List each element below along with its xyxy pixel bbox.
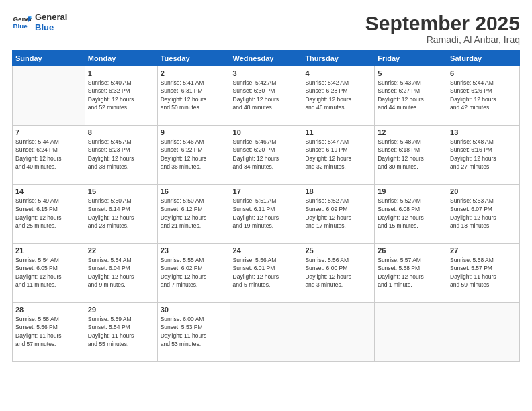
- table-row: 26Sunrise: 5:57 AM Sunset: 5:58 PM Dayli…: [375, 244, 447, 303]
- table-row: 1Sunrise: 5:40 AM Sunset: 6:32 PM Daylig…: [85, 66, 157, 126]
- table-row: 18Sunrise: 5:52 AM Sunset: 6:09 PM Dayli…: [302, 185, 375, 244]
- day-info: Sunrise: 5:43 AM Sunset: 6:27 PM Dayligh…: [378, 79, 444, 111]
- page: General Blue General Blue September 2025…: [0, 0, 532, 411]
- table-row: 24Sunrise: 5:56 AM Sunset: 6:01 PM Dayli…: [230, 244, 302, 303]
- day-number: 25: [305, 246, 371, 255]
- title-block: September 2025 Ramadi, Al Anbar, Iraq: [365, 12, 520, 45]
- day-number: 14: [15, 187, 82, 195]
- day-number: 9: [161, 128, 227, 136]
- day-info: Sunrise: 5:41 AM Sunset: 6:31 PM Dayligh…: [161, 79, 227, 111]
- day-info: Sunrise: 5:58 AM Sunset: 5:57 PM Dayligh…: [450, 256, 517, 289]
- table-row: 11Sunrise: 5:47 AM Sunset: 6:19 PM Dayli…: [302, 126, 375, 185]
- calendar-row-1: 1Sunrise: 5:40 AM Sunset: 6:32 PM Daylig…: [13, 66, 520, 126]
- day-number: 17: [233, 187, 300, 195]
- logo-icon: General Blue: [12, 12, 32, 32]
- table-row: 22Sunrise: 5:54 AM Sunset: 6:04 PM Dayli…: [85, 244, 157, 303]
- table-row: 8Sunrise: 5:45 AM Sunset: 6:23 PM Daylig…: [85, 126, 157, 185]
- table-row: 7Sunrise: 5:44 AM Sunset: 6:24 PM Daylig…: [13, 126, 85, 185]
- day-number: 21: [15, 246, 82, 255]
- day-info: Sunrise: 5:40 AM Sunset: 6:32 PM Dayligh…: [88, 79, 154, 111]
- day-number: 24: [233, 246, 300, 255]
- day-number: 4: [305, 69, 371, 77]
- day-number: 3: [233, 69, 300, 77]
- calendar-row-3: 14Sunrise: 5:49 AM Sunset: 6:15 PM Dayli…: [13, 185, 520, 244]
- day-number: 16: [161, 187, 227, 195]
- day-info: Sunrise: 5:56 AM Sunset: 6:00 PM Dayligh…: [305, 256, 371, 289]
- day-number: 11: [305, 128, 371, 136]
- day-number: 1: [88, 69, 154, 77]
- table-row: [302, 303, 375, 362]
- col-header-sunday: Sunday: [13, 51, 85, 66]
- table-row: 10Sunrise: 5:46 AM Sunset: 6:20 PM Dayli…: [230, 126, 302, 185]
- day-info: Sunrise: 5:52 AM Sunset: 6:09 PM Dayligh…: [305, 197, 371, 230]
- day-info: Sunrise: 5:44 AM Sunset: 6:24 PM Dayligh…: [15, 138, 82, 171]
- table-row: [13, 66, 85, 126]
- day-number: 5: [378, 69, 444, 77]
- table-row: 3Sunrise: 5:42 AM Sunset: 6:30 PM Daylig…: [230, 66, 302, 126]
- day-info: Sunrise: 5:54 AM Sunset: 6:04 PM Dayligh…: [88, 256, 154, 289]
- table-row: 21Sunrise: 5:54 AM Sunset: 6:05 PM Dayli…: [13, 244, 85, 303]
- day-info: Sunrise: 5:58 AM Sunset: 5:56 PM Dayligh…: [15, 315, 82, 348]
- day-info: Sunrise: 6:00 AM Sunset: 5:53 PM Dayligh…: [161, 315, 227, 348]
- day-info: Sunrise: 5:44 AM Sunset: 6:26 PM Dayligh…: [450, 79, 517, 111]
- day-number: 2: [161, 69, 227, 77]
- col-header-friday: Friday: [375, 51, 447, 66]
- day-info: Sunrise: 5:49 AM Sunset: 6:15 PM Dayligh…: [15, 197, 82, 230]
- table-row: 12Sunrise: 5:48 AM Sunset: 6:18 PM Dayli…: [375, 126, 447, 185]
- table-row: 19Sunrise: 5:52 AM Sunset: 6:08 PM Dayli…: [375, 185, 447, 244]
- day-info: Sunrise: 5:45 AM Sunset: 6:23 PM Dayligh…: [88, 138, 154, 171]
- day-info: Sunrise: 5:48 AM Sunset: 6:18 PM Dayligh…: [378, 138, 444, 171]
- table-row: 15Sunrise: 5:50 AM Sunset: 6:14 PM Dayli…: [85, 185, 157, 244]
- table-row: 4Sunrise: 5:42 AM Sunset: 6:28 PM Daylig…: [302, 66, 375, 126]
- calendar-row-2: 7Sunrise: 5:44 AM Sunset: 6:24 PM Daylig…: [13, 126, 520, 185]
- day-number: 19: [378, 187, 444, 195]
- day-info: Sunrise: 5:55 AM Sunset: 6:02 PM Dayligh…: [161, 256, 227, 289]
- day-number: 18: [305, 187, 371, 195]
- table-row: 2Sunrise: 5:41 AM Sunset: 6:31 PM Daylig…: [157, 66, 230, 126]
- logo-line2: Blue: [35, 22, 67, 32]
- day-info: Sunrise: 5:42 AM Sunset: 6:30 PM Dayligh…: [233, 79, 300, 111]
- day-number: 29: [88, 306, 154, 314]
- table-row: 28Sunrise: 5:58 AM Sunset: 5:56 PM Dayli…: [13, 303, 85, 362]
- day-number: 6: [450, 69, 517, 77]
- day-info: Sunrise: 5:57 AM Sunset: 5:58 PM Dayligh…: [378, 256, 444, 289]
- day-number: 7: [15, 128, 82, 136]
- day-info: Sunrise: 5:48 AM Sunset: 6:16 PM Dayligh…: [450, 138, 517, 171]
- table-row: [447, 303, 520, 362]
- day-info: Sunrise: 5:46 AM Sunset: 6:22 PM Dayligh…: [161, 138, 227, 171]
- day-info: Sunrise: 5:51 AM Sunset: 6:11 PM Dayligh…: [233, 197, 300, 230]
- table-row: 25Sunrise: 5:56 AM Sunset: 6:00 PM Dayli…: [302, 244, 375, 303]
- day-info: Sunrise: 5:46 AM Sunset: 6:20 PM Dayligh…: [233, 138, 300, 171]
- day-info: Sunrise: 5:56 AM Sunset: 6:01 PM Dayligh…: [233, 256, 300, 289]
- day-number: 15: [88, 187, 154, 195]
- day-number: 12: [378, 128, 444, 136]
- day-info: Sunrise: 5:52 AM Sunset: 6:08 PM Dayligh…: [378, 197, 444, 230]
- calendar-table: SundayMondayTuesdayWednesdayThursdayFrid…: [12, 50, 520, 362]
- col-header-tuesday: Tuesday: [157, 51, 230, 66]
- col-header-monday: Monday: [85, 51, 157, 66]
- location-subtitle: Ramadi, Al Anbar, Iraq: [365, 34, 520, 45]
- day-info: Sunrise: 5:50 AM Sunset: 6:14 PM Dayligh…: [88, 197, 154, 230]
- table-row: 29Sunrise: 5:59 AM Sunset: 5:54 PM Dayli…: [85, 303, 157, 362]
- day-number: 27: [450, 246, 517, 255]
- col-header-wednesday: Wednesday: [230, 51, 302, 66]
- day-number: 30: [161, 306, 227, 314]
- day-number: 8: [88, 128, 154, 136]
- svg-text:Blue: Blue: [13, 22, 28, 30]
- table-row: 6Sunrise: 5:44 AM Sunset: 6:26 PM Daylig…: [447, 66, 520, 126]
- day-number: 23: [161, 246, 227, 255]
- day-info: Sunrise: 5:54 AM Sunset: 6:05 PM Dayligh…: [15, 256, 82, 289]
- month-title: September 2025: [365, 12, 520, 34]
- day-number: 28: [15, 306, 82, 314]
- table-row: 20Sunrise: 5:53 AM Sunset: 6:07 PM Dayli…: [447, 185, 520, 244]
- table-row: [230, 303, 302, 362]
- header: General Blue General Blue September 2025…: [12, 12, 520, 45]
- day-number: 26: [378, 246, 444, 255]
- col-header-thursday: Thursday: [302, 51, 375, 66]
- calendar-row-5: 28Sunrise: 5:58 AM Sunset: 5:56 PM Dayli…: [13, 303, 520, 362]
- day-number: 10: [233, 128, 300, 136]
- calendar-header-row: SundayMondayTuesdayWednesdayThursdayFrid…: [13, 51, 520, 66]
- table-row: 23Sunrise: 5:55 AM Sunset: 6:02 PM Dayli…: [157, 244, 230, 303]
- table-row: 16Sunrise: 5:50 AM Sunset: 6:12 PM Dayli…: [157, 185, 230, 244]
- table-row: 9Sunrise: 5:46 AM Sunset: 6:22 PM Daylig…: [157, 126, 230, 185]
